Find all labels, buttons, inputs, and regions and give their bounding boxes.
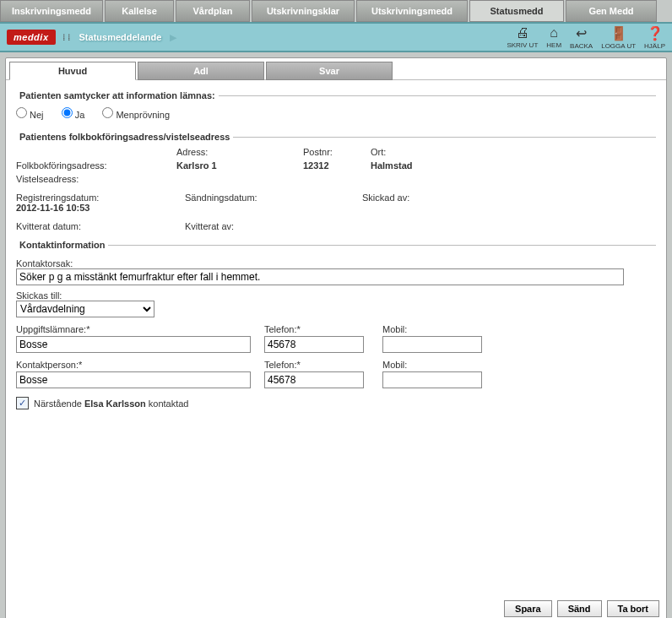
adress-header: Adress:	[176, 147, 303, 157]
print-button[interactable]: 🖨SKRIV UT	[507, 25, 538, 49]
main-panel: Huvud Adl Svar Patienten samtycker att i…	[5, 57, 667, 618]
header-dots: ⁞⁞	[62, 32, 73, 43]
tab-utskrivningsklar[interactable]: Utskrivningsklar	[252, 0, 355, 22]
vistelse-label: Vistelseadress:	[16, 174, 176, 184]
uppgiftslamnare-label: Uppgiftslämnare:*	[16, 324, 261, 334]
consent-nej-radio[interactable]	[16, 107, 27, 118]
kvittdatum-label: Kvitterat datum:	[16, 221, 185, 231]
logo: meddix	[7, 30, 56, 45]
sub-tab-bar: Huvud Adl Svar	[6, 58, 666, 80]
kvittav-label: Kvitterat av:	[185, 221, 362, 231]
uppgift-telefon-input[interactable]	[264, 336, 364, 353]
tab-utskrivningsmedd[interactable]: Utskrivningsmedd	[356, 0, 468, 22]
tabort-button[interactable]: Ta bort	[607, 600, 659, 617]
subtab-adl[interactable]: Adl	[138, 62, 264, 80]
back-button[interactable]: ↩BACKA	[570, 25, 593, 50]
subtab-huvud[interactable]: Huvud	[9, 62, 136, 80]
kontakt-fieldset: Kontaktinformation Kontaktorsak: Skickas…	[16, 240, 656, 409]
consent-legend: Patienten samtycker att information lämn…	[16, 90, 219, 100]
help-icon: ❓	[644, 25, 665, 41]
uppgiftslamnare-input[interactable]	[16, 336, 251, 353]
skickastill-select[interactable]: Vårdavdelning	[16, 301, 154, 317]
logout-button[interactable]: 🚪LOGGA UT	[601, 25, 636, 50]
address-legend: Patientens folkbokföringsadress/vistelse…	[16, 132, 233, 142]
kontaktperson-telefon-label: Telefon:*	[264, 360, 379, 370]
tab-vardplan[interactable]: Vårdplan	[176, 0, 250, 22]
consent-ja-radio[interactable]	[62, 107, 73, 118]
regdatum-label: Registreringsdatum:	[16, 192, 185, 203]
address-fieldset: Patientens folkbokföringsadress/vistelse…	[16, 132, 656, 184]
header-arrow-icon: ▶	[170, 32, 176, 43]
tab-kallelse[interactable]: Kallelse	[105, 0, 174, 22]
sand-button[interactable]: Sänd	[557, 600, 602, 617]
home-icon: ⌂	[546, 25, 561, 41]
main-tab-bar: Inskrivningsmedd Kallelse Vårdplan Utskr…	[0, 0, 672, 22]
postnr-header: Postnr:	[303, 147, 371, 157]
folkbok-label: Folkbokföringsadress:	[16, 160, 176, 171]
consent-nej-label[interactable]: Nej	[16, 110, 44, 120]
header-bar: meddix ⁞⁞ Statusmeddelande ▶ 🖨SKRIV UT ⌂…	[0, 22, 672, 52]
door-icon: 🚪	[601, 25, 636, 41]
adress-value: Karlsro 1	[176, 160, 303, 171]
regdatum-value: 2012-11-16 10:53	[16, 203, 185, 213]
back-icon: ↩	[570, 25, 593, 41]
header-title: Statusmeddelande	[79, 32, 162, 42]
footer-actions: Spara Sänd Ta bort	[504, 600, 659, 617]
kontaktperson-input[interactable]	[16, 371, 251, 388]
meta-block: Registreringsdatum: 2012-11-16 10:53 Sän…	[16, 192, 656, 231]
tab-statusmedd[interactable]: Statusmedd	[469, 0, 564, 22]
ort-header: Ort:	[371, 147, 497, 157]
narstaende-checkbox[interactable]: ✓	[16, 397, 29, 409]
ort-value: Halmstad	[371, 160, 497, 171]
skickadav-label: Skickad av:	[362, 192, 573, 203]
narstaende-label: Närstående Elsa Karlsson kontaktad	[34, 398, 188, 409]
subtab-svar[interactable]: Svar	[266, 62, 393, 80]
kontaktperson-telefon-input[interactable]	[264, 371, 364, 388]
tab-inskrivningsmedd[interactable]: Inskrivningsmedd	[0, 0, 103, 22]
spara-button[interactable]: Spara	[504, 600, 552, 617]
kontakt-legend: Kontaktinformation	[16, 240, 108, 250]
tab-genmedd[interactable]: Gen Medd	[566, 0, 657, 22]
postnr-value: 12312	[303, 160, 371, 171]
sandningsdatum-label: Sändningsdatum:	[185, 192, 362, 203]
printer-icon: 🖨	[507, 25, 538, 41]
home-button[interactable]: ⌂HEM	[546, 25, 561, 49]
consent-ja-label[interactable]: Ja	[62, 110, 85, 120]
help-button[interactable]: ❓HJÄLP	[644, 25, 665, 50]
uppgift-mobil-label: Mobil:	[382, 324, 489, 334]
consent-menprovning-label[interactable]: Menprövning	[102, 110, 170, 120]
kontaktorsak-input[interactable]	[16, 268, 624, 285]
consent-menprovning-radio[interactable]	[102, 107, 113, 118]
kontaktorsak-label: Kontaktorsak:	[16, 258, 656, 268]
kontaktperson-mobil-input[interactable]	[382, 371, 482, 388]
consent-fieldset: Patienten samtycker att information lämn…	[16, 90, 656, 123]
kontaktperson-mobil-label: Mobil:	[382, 360, 489, 370]
uppgift-telefon-label: Telefon:*	[264, 324, 379, 334]
skickastill-label: Skickas till:	[16, 290, 656, 301]
uppgift-mobil-input[interactable]	[382, 336, 482, 353]
kontaktperson-label: Kontaktperson:*	[16, 360, 261, 370]
